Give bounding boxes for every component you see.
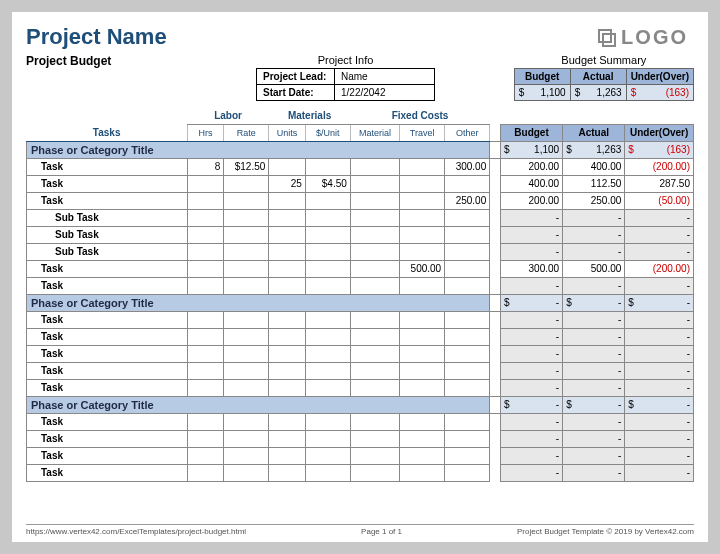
logo-text: LOGO xyxy=(621,26,688,49)
project-info-table: Project Lead:Name Start Date:1/22/2042 xyxy=(256,68,435,101)
summary-budget: $1,100 xyxy=(514,85,570,101)
table-row: Sub Task--- xyxy=(27,243,694,260)
table-row: Task--- xyxy=(27,379,694,396)
footer-right: Project Budget Template © 2019 by Vertex… xyxy=(517,527,694,536)
hdr-budget: Budget xyxy=(500,124,562,141)
table-row: Task--- xyxy=(27,430,694,447)
svg-rect-0 xyxy=(599,30,611,42)
hdr-other: Other xyxy=(445,124,490,141)
project-lead-value: Name xyxy=(335,69,435,85)
table-row: Task--- xyxy=(27,311,694,328)
project-lead-label: Project Lead: xyxy=(257,69,335,85)
project-info-heading: Project Info xyxy=(256,54,435,66)
budget-summary-table: Budget Actual Under(Over) $1,100 $1,263 … xyxy=(514,68,694,101)
hdr-actual: Actual xyxy=(563,124,625,141)
table-row: Task500.00300.00500.00(200.00) xyxy=(27,260,694,277)
subtitle: Project Budget xyxy=(26,54,256,68)
hdr-hrs: Hrs xyxy=(187,124,223,141)
page: LOGO Project Name Project Budget Project… xyxy=(12,12,708,542)
page-title: Project Name xyxy=(26,24,694,50)
hdr-material: Material xyxy=(350,124,399,141)
group-labor: Labor xyxy=(187,107,268,124)
budget-grid: Labor Materials Fixed Costs Tasks Hrs Ra… xyxy=(26,107,694,482)
group-fixed: Fixed Costs xyxy=(350,107,489,124)
hdr-units: Units xyxy=(269,124,305,141)
summary-hdr-actual: Actual xyxy=(570,69,626,85)
logo: LOGO xyxy=(597,26,688,49)
table-row: Task25$4.50400.00112.50287.50 xyxy=(27,175,694,192)
table-row: Task8$12.50300.00200.00400.00(200.00) xyxy=(27,158,694,175)
hdr-unitprice: $/Unit xyxy=(305,124,350,141)
summary-hdr-uo: Under(Over) xyxy=(626,69,693,85)
table-row: Task--- xyxy=(27,464,694,481)
budget-summary-heading: Budget Summary xyxy=(514,54,694,66)
phase-row: Phase or Category Title $1,100 $1,263 $(… xyxy=(27,141,694,158)
table-row: Task--- xyxy=(27,362,694,379)
summary-actual: $1,263 xyxy=(570,85,626,101)
footer-left: https://www.vertex42.com/ExcelTemplates/… xyxy=(26,527,246,536)
start-date-label: Start Date: xyxy=(257,85,335,101)
footer: https://www.vertex42.com/ExcelTemplates/… xyxy=(26,524,694,536)
hdr-uo: Under(Over) xyxy=(625,124,694,141)
summary-hdr-budget: Budget xyxy=(514,69,570,85)
start-date-value: 1/22/2042 xyxy=(335,85,435,101)
svg-rect-1 xyxy=(603,34,615,46)
hdr-travel: Travel xyxy=(400,124,445,141)
phase-row: Phase or Category Title $- $- $- xyxy=(27,396,694,413)
table-row: Task--- xyxy=(27,345,694,362)
table-row: Sub Task--- xyxy=(27,209,694,226)
table-row: Task--- xyxy=(27,328,694,345)
summary-uo: $(163) xyxy=(626,85,693,101)
table-row: Task--- xyxy=(27,447,694,464)
table-row: Task--- xyxy=(27,413,694,430)
footer-center: Page 1 of 1 xyxy=(361,527,402,536)
hdr-rate: Rate xyxy=(224,124,269,141)
table-row: Sub Task--- xyxy=(27,226,694,243)
table-row: Task250.00200.00250.00(50.00) xyxy=(27,192,694,209)
phase-row: Phase or Category Title $- $- $- xyxy=(27,294,694,311)
group-materials: Materials xyxy=(269,107,351,124)
hdr-tasks: Tasks xyxy=(27,124,188,141)
logo-icon xyxy=(597,28,617,48)
table-row: Task--- xyxy=(27,277,694,294)
